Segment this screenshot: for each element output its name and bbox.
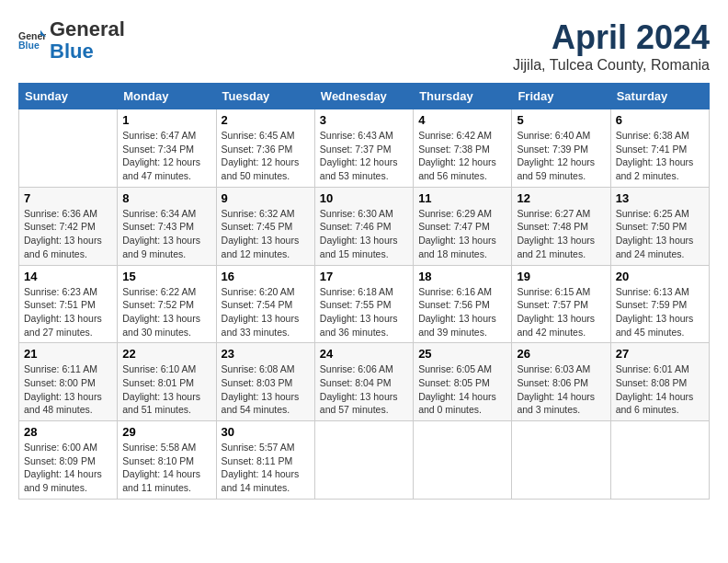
calendar-cell — [610, 421, 709, 500]
location: Jijila, Tulcea County, Romania — [513, 57, 710, 74]
calendar-cell: 17Sunrise: 6:18 AM Sunset: 7:55 PM Dayli… — [314, 265, 413, 343]
day-detail: Sunrise: 6:06 AM Sunset: 8:04 PM Dayligh… — [320, 362, 408, 417]
day-detail: Sunrise: 6:08 AM Sunset: 8:03 PM Dayligh… — [222, 362, 310, 417]
day-detail: Sunrise: 6:01 AM Sunset: 8:08 PM Dayligh… — [616, 362, 704, 417]
day-detail: Sunrise: 6:10 AM Sunset: 8:01 PM Dayligh… — [122, 362, 210, 417]
calendar-cell: 12Sunrise: 6:27 AM Sunset: 7:48 PM Dayli… — [512, 187, 610, 265]
title-area: April 2024 Jijila, Tulcea County, Romani… — [513, 18, 710, 74]
weekday-header-row: SundayMondayTuesdayWednesdayThursdayFrid… — [19, 84, 710, 109]
day-number: 16 — [222, 270, 310, 283]
weekday-header-wednesday: Wednesday — [314, 84, 413, 109]
day-number: 27 — [616, 347, 704, 361]
day-number: 10 — [320, 191, 408, 205]
day-number: 24 — [320, 347, 408, 361]
calendar-week-1: 1Sunrise: 6:47 AM Sunset: 7:34 PM Daylig… — [19, 109, 710, 188]
weekday-header-tuesday: Tuesday — [216, 84, 314, 109]
month-title: April 2024 — [513, 18, 710, 57]
day-number: 13 — [616, 191, 704, 205]
day-detail: Sunrise: 6:42 AM Sunset: 7:38 PM Dayligh… — [418, 129, 506, 183]
day-detail: Sunrise: 6:15 AM Sunset: 7:57 PM Dayligh… — [517, 285, 605, 339]
calendar-cell — [314, 421, 413, 500]
weekday-header-friday: Friday — [512, 84, 610, 109]
calendar-cell: 4Sunrise: 6:42 AM Sunset: 7:38 PM Daylig… — [414, 109, 512, 188]
calendar-cell: 10Sunrise: 6:30 AM Sunset: 7:46 PM Dayli… — [314, 187, 413, 265]
day-number: 14 — [24, 270, 112, 283]
calendar-cell: 14Sunrise: 6:23 AM Sunset: 7:51 PM Dayli… — [19, 265, 118, 343]
day-detail: Sunrise: 6:45 AM Sunset: 7:36 PM Dayligh… — [222, 129, 310, 183]
day-detail: Sunrise: 5:57 AM Sunset: 8:11 PM Dayligh… — [222, 441, 310, 495]
day-number: 28 — [24, 425, 112, 439]
logo-blue-text: Blue — [50, 40, 94, 63]
day-detail: Sunrise: 6:38 AM Sunset: 7:41 PM Dayligh… — [616, 129, 704, 183]
day-detail: Sunrise: 6:16 AM Sunset: 7:56 PM Dayligh… — [418, 285, 506, 339]
day-detail: Sunrise: 6:36 AM Sunset: 7:42 PM Dayligh… — [24, 207, 112, 261]
day-detail: Sunrise: 6:22 AM Sunset: 7:52 PM Dayligh… — [122, 285, 210, 339]
day-detail: Sunrise: 6:13 AM Sunset: 7:59 PM Dayligh… — [616, 285, 704, 339]
weekday-header-thursday: Thursday — [414, 84, 512, 109]
calendar-week-3: 14Sunrise: 6:23 AM Sunset: 7:51 PM Dayli… — [19, 265, 710, 343]
day-number: 1 — [122, 113, 210, 127]
day-number: 5 — [517, 113, 605, 127]
day-number: 15 — [122, 270, 210, 283]
calendar-cell: 22Sunrise: 6:10 AM Sunset: 8:01 PM Dayli… — [118, 343, 216, 421]
logo: General Blue General Blue — [18, 18, 125, 63]
calendar-cell: 7Sunrise: 6:36 AM Sunset: 7:42 PM Daylig… — [19, 187, 118, 265]
day-number: 2 — [222, 113, 310, 127]
day-detail: Sunrise: 6:40 AM Sunset: 7:39 PM Dayligh… — [517, 129, 605, 183]
calendar-cell: 6Sunrise: 6:38 AM Sunset: 7:41 PM Daylig… — [610, 109, 709, 188]
day-detail: Sunrise: 6:11 AM Sunset: 8:00 PM Dayligh… — [24, 362, 112, 417]
calendar-cell: 20Sunrise: 6:13 AM Sunset: 7:59 PM Dayli… — [610, 265, 709, 343]
day-detail: Sunrise: 5:58 AM Sunset: 8:10 PM Dayligh… — [122, 441, 210, 495]
calendar-cell: 9Sunrise: 6:32 AM Sunset: 7:45 PM Daylig… — [216, 187, 314, 265]
day-number: 21 — [24, 347, 112, 361]
logo-general-text: General — [50, 17, 125, 40]
calendar-cell: 28Sunrise: 6:00 AM Sunset: 8:09 PM Dayli… — [19, 421, 118, 500]
day-detail: Sunrise: 6:03 AM Sunset: 8:06 PM Dayligh… — [517, 362, 605, 417]
day-detail: Sunrise: 6:47 AM Sunset: 7:34 PM Dayligh… — [122, 129, 210, 183]
calendar-cell: 26Sunrise: 6:03 AM Sunset: 8:06 PM Dayli… — [512, 343, 610, 421]
day-number: 3 — [320, 113, 408, 127]
day-detail: Sunrise: 6:29 AM Sunset: 7:47 PM Dayligh… — [418, 207, 506, 261]
day-detail: Sunrise: 6:23 AM Sunset: 7:51 PM Dayligh… — [24, 285, 112, 339]
calendar-table: SundayMondayTuesdayWednesdayThursdayFrid… — [18, 83, 710, 500]
logo-icon: General Blue — [18, 27, 46, 54]
day-number: 26 — [517, 347, 605, 361]
day-number: 22 — [122, 347, 210, 361]
calendar-cell: 24Sunrise: 6:06 AM Sunset: 8:04 PM Dayli… — [314, 343, 413, 421]
day-number: 19 — [517, 270, 605, 283]
calendar-cell — [414, 421, 512, 500]
calendar-week-5: 28Sunrise: 6:00 AM Sunset: 8:09 PM Dayli… — [19, 421, 710, 500]
calendar-cell: 3Sunrise: 6:43 AM Sunset: 7:37 PM Daylig… — [314, 109, 413, 188]
day-number: 20 — [616, 270, 704, 283]
day-number: 30 — [222, 425, 310, 439]
calendar-cell: 25Sunrise: 6:05 AM Sunset: 8:05 PM Dayli… — [414, 343, 512, 421]
day-detail: Sunrise: 6:00 AM Sunset: 8:09 PM Dayligh… — [24, 441, 112, 495]
calendar-cell: 15Sunrise: 6:22 AM Sunset: 7:52 PM Dayli… — [118, 265, 216, 343]
calendar-cell — [512, 421, 610, 500]
calendar-cell: 2Sunrise: 6:45 AM Sunset: 7:36 PM Daylig… — [216, 109, 314, 188]
calendar-cell: 8Sunrise: 6:34 AM Sunset: 7:43 PM Daylig… — [118, 187, 216, 265]
day-number: 9 — [222, 191, 310, 205]
calendar-header: SundayMondayTuesdayWednesdayThursdayFrid… — [19, 84, 710, 109]
day-detail: Sunrise: 6:25 AM Sunset: 7:50 PM Dayligh… — [616, 207, 704, 261]
calendar-cell: 1Sunrise: 6:47 AM Sunset: 7:34 PM Daylig… — [118, 109, 216, 188]
calendar-cell: 27Sunrise: 6:01 AM Sunset: 8:08 PM Dayli… — [610, 343, 709, 421]
weekday-header-sunday: Sunday — [19, 84, 118, 109]
day-detail: Sunrise: 6:20 AM Sunset: 7:54 PM Dayligh… — [222, 285, 310, 339]
day-detail: Sunrise: 6:27 AM Sunset: 7:48 PM Dayligh… — [517, 207, 605, 261]
day-number: 12 — [517, 191, 605, 205]
day-number: 17 — [320, 270, 408, 283]
day-number: 23 — [222, 347, 310, 361]
day-detail: Sunrise: 6:32 AM Sunset: 7:45 PM Dayligh… — [222, 207, 310, 261]
day-number: 4 — [418, 113, 506, 127]
weekday-header-saturday: Saturday — [610, 84, 709, 109]
svg-text:Blue: Blue — [18, 40, 40, 51]
day-number: 7 — [24, 191, 112, 205]
day-number: 8 — [122, 191, 210, 205]
calendar-cell: 23Sunrise: 6:08 AM Sunset: 8:03 PM Dayli… — [216, 343, 314, 421]
day-detail: Sunrise: 6:18 AM Sunset: 7:55 PM Dayligh… — [320, 285, 408, 339]
calendar-cell: 30Sunrise: 5:57 AM Sunset: 8:11 PM Dayli… — [216, 421, 314, 500]
day-number: 29 — [122, 425, 210, 439]
day-detail: Sunrise: 6:30 AM Sunset: 7:46 PM Dayligh… — [320, 207, 408, 261]
calendar-cell: 11Sunrise: 6:29 AM Sunset: 7:47 PM Dayli… — [414, 187, 512, 265]
